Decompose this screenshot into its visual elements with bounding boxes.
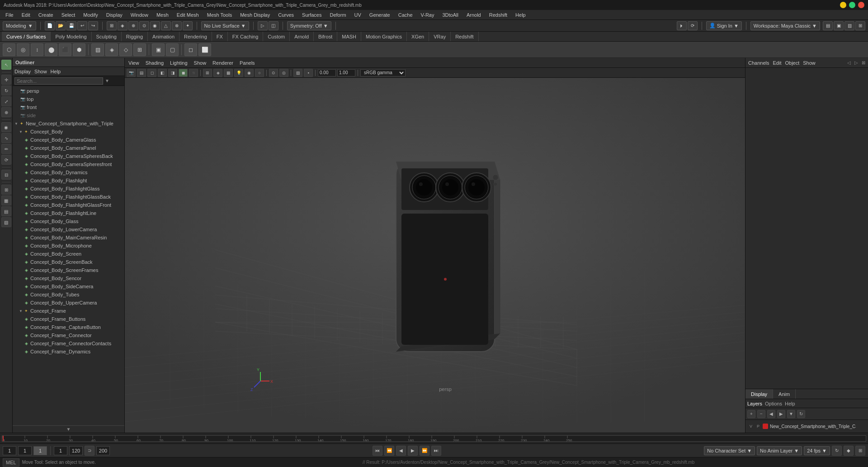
shelf-icon-12[interactable]: ▢ — [166, 43, 179, 56]
paint[interactable]: ✏ — [1, 144, 11, 154]
minimize-button[interactable] — [840, 2, 846, 8]
rotate-tool[interactable]: ↻ — [1, 86, 11, 95]
shelf-tab-6[interactable]: FX — [212, 32, 228, 41]
outliner-item-frame-group[interactable]: ▼ ✦ Concept_Frame — [13, 307, 124, 315]
right-resize-left[interactable]: ◁ — [847, 60, 851, 65]
outliner-search-input[interactable] — [14, 77, 103, 85]
channels-label[interactable]: Channels — [748, 60, 769, 66]
move-tool[interactable]: ✛ — [1, 75, 11, 85]
shelf-icon-11[interactable]: ▣ — [152, 43, 165, 56]
shelf-icon-7[interactable]: ▧ — [91, 43, 104, 56]
shelf-tab-4[interactable]: Animation — [148, 32, 179, 41]
layout2[interactable]: ▣ — [834, 21, 844, 30]
soft-select[interactable]: ◉ — [1, 122, 11, 132]
shelf-tab-13[interactable]: XGen — [407, 32, 429, 41]
layers-subtab[interactable]: Layers — [747, 401, 762, 406]
universal-tool[interactable]: ⊕ — [1, 107, 11, 117]
open-btn[interactable]: 📂 — [56, 21, 66, 30]
symmetry-btn[interactable]: Symmetry: Off ▼ — [287, 21, 331, 30]
list-item[interactable]: ◈ Concept_Body_CameraSpheresfront — [13, 160, 124, 168]
pb-settings-btn[interactable]: ↻ — [832, 446, 842, 456]
list-item[interactable]: ◈ Concept_Body_Tubes — [13, 291, 124, 299]
undo-btn[interactable]: ↩ — [77, 21, 87, 30]
vp-colorspace-dropdown[interactable]: sRGB gamma — [360, 69, 406, 76]
shelf-icon-5[interactable]: ⬛ — [59, 43, 71, 56]
range-start-input[interactable] — [54, 446, 67, 455]
layout3[interactable]: ▥ — [844, 21, 854, 30]
play-fwd-btn[interactable]: ▶ — [408, 446, 418, 456]
menu-edit-mesh[interactable]: Edit Mesh — [173, 11, 203, 19]
list-item[interactable]: ◈ Concept_Body_CameraSpheresBack — [13, 152, 124, 160]
list-item[interactable]: ◈ Concept_Frame_Connector — [13, 331, 124, 339]
viewport-shading-menu[interactable]: Shading — [144, 60, 165, 66]
sculpt[interactable]: ⟳ — [1, 155, 11, 165]
snap7[interactable]: ⊗ — [172, 21, 182, 30]
frame-start-input[interactable] — [3, 446, 16, 455]
vp-hud2[interactable]: ▪ — [304, 69, 313, 77]
shelf-icon-4[interactable]: ⬤ — [45, 43, 57, 56]
shelf-tab-12[interactable]: Motion Graphics — [361, 32, 407, 41]
snap3[interactable]: ⊕ — [128, 21, 138, 30]
outliner-item-persp[interactable]: 📷 persp — [13, 87, 124, 95]
list-item[interactable]: ◈ Concept_Frame_Dynamics — [13, 348, 124, 356]
shelf-icon-13[interactable]: ◻ — [184, 43, 197, 56]
playback-btn[interactable]: ⏵ — [677, 21, 687, 30]
grid-tool2[interactable]: ▦ — [1, 195, 11, 205]
snap2[interactable]: ◈ — [118, 21, 127, 30]
viewport-renderer-menu[interactable]: Renderer — [211, 60, 235, 66]
show-manipulator[interactable]: ⊟ — [1, 170, 11, 180]
no-live-surface-btn[interactable]: No Live Surface ▼ — [201, 21, 249, 30]
outliner-item-top[interactable]: 📷 top — [13, 95, 124, 103]
snap6[interactable]: △ — [161, 21, 171, 30]
step-back-btn[interactable]: ⏪ — [384, 446, 394, 456]
shelf-icon-1[interactable]: ⬡ — [3, 43, 15, 56]
layer-menu-btn[interactable]: ▼ — [787, 410, 795, 418]
outliner-item-side[interactable]: 📷 side — [13, 111, 124, 119]
vp-wire[interactable]: ⊞ — [203, 69, 212, 77]
menu-curves[interactable]: Curves — [274, 11, 297, 19]
list-item[interactable]: ◈ Concept_Frame_Buttons — [13, 315, 124, 323]
display-tab[interactable]: Display — [745, 389, 773, 399]
outliner-display-menu[interactable]: Display — [14, 69, 31, 74]
menu-file[interactable]: File — [2, 11, 17, 19]
options-subtab[interactable]: Options — [765, 401, 782, 406]
new-btn[interactable]: 📄 — [45, 21, 55, 30]
menu-mesh-display[interactable]: Mesh Display — [236, 11, 274, 19]
list-item[interactable]: ◈ Concept_Body_MainCameraResin — [13, 234, 124, 242]
snap1[interactable]: ⊞ — [107, 21, 117, 30]
menu-redshift[interactable]: Redshift — [486, 11, 511, 19]
menu-cache[interactable]: Cache — [395, 11, 416, 19]
list-item[interactable]: ◈ Concept_Body_SideCamera — [13, 282, 124, 291]
range-end-2[interactable] — [96, 446, 110, 455]
show-label[interactable]: Show — [803, 60, 816, 66]
no-character-set-btn[interactable]: No Character Set ▼ — [704, 446, 755, 455]
redo-btn[interactable]: ↪ — [88, 21, 98, 30]
list-item[interactable]: ◈ Concept_Body_FlashlightGlass — [13, 185, 124, 193]
anim-tab[interactable]: Anim — [773, 389, 796, 399]
snap4[interactable]: ⊙ — [139, 21, 149, 30]
vp-subdiv[interactable]: ◈ — [213, 69, 222, 77]
vp-grid-btn[interactable]: ▤ — [137, 69, 146, 77]
grid-tool1[interactable]: ⊞ — [1, 185, 11, 195]
menu-v-ray[interactable]: V-Ray — [417, 11, 438, 19]
shelf-tab-7[interactable]: FX Caching — [228, 32, 263, 41]
shelf-icon-14[interactable]: ⬜ — [198, 43, 211, 56]
play-back-btn[interactable]: ◀ — [396, 446, 406, 456]
list-item[interactable]: ◈ Concept_Body_Screen — [13, 250, 124, 258]
shelf-icon-6[interactable]: ⬢ — [73, 43, 85, 56]
outliner-show-menu[interactable]: Show — [34, 69, 47, 74]
viewport-lighting-menu[interactable]: Lighting — [168, 60, 189, 66]
vp-shade4[interactable]: ◼ — [179, 69, 188, 77]
outliner-item-root[interactable]: ▼ ✦ New_Concept_Smartphone_with_Triple — [13, 119, 124, 128]
vp-texture[interactable]: ▦ — [224, 69, 233, 77]
menu-help[interactable]: Help — [512, 11, 529, 19]
pb-auto-btn[interactable]: ⊞ — [855, 446, 865, 456]
list-item[interactable]: ◈ Concept_Body_ScreenBack — [13, 258, 124, 266]
vp-camera-btn[interactable]: 📷 — [127, 69, 136, 77]
select-tool[interactable]: ↖ — [1, 60, 11, 70]
viewport-view-menu[interactable]: View — [127, 60, 141, 66]
list-item[interactable]: ◈ Concept_Body_Microphone — [13, 242, 124, 250]
list-item[interactable]: ◈ Concept_Body_Sencor — [13, 274, 124, 282]
menu-select[interactable]: Select — [58, 11, 79, 19]
edit-label[interactable]: Edit — [773, 60, 781, 66]
